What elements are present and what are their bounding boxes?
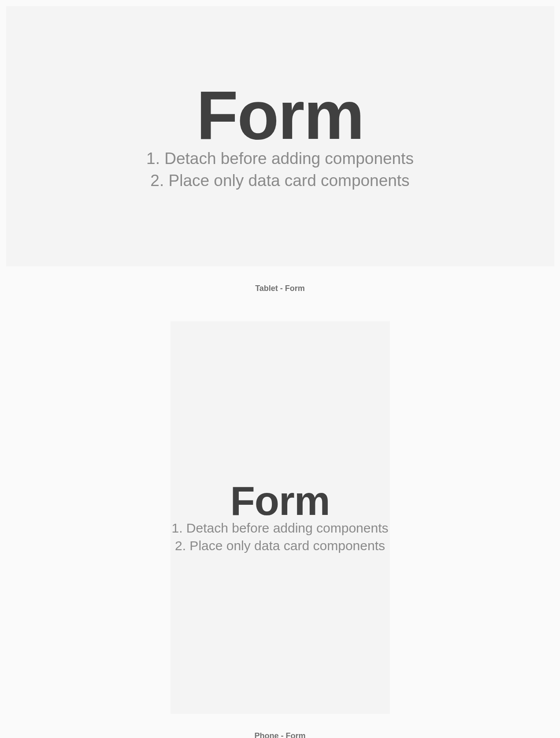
tablet-form-placeholder: Form 1. Detach before adding components … <box>6 6 554 266</box>
tablet-instruction-1: 1. Detach before adding components <box>146 148 414 170</box>
tablet-instruction-2: 2. Place only data card components <box>146 170 414 192</box>
phone-form-placeholder: Form 1. Detach before adding components … <box>171 321 390 714</box>
tablet-form-title: Form <box>197 81 364 149</box>
phone-instruction-1: 1. Detach before adding components <box>172 519 389 537</box>
phone-instruction-2: 2. Place only data card components <box>172 537 389 555</box>
phone-instruction-list: 1. Detach before adding components 2. Pl… <box>172 519 389 555</box>
phone-caption: Phone - Form <box>5 731 555 738</box>
phone-form-title: Form <box>230 481 330 521</box>
tablet-caption: Tablet - Form <box>5 284 555 293</box>
tablet-instruction-list: 1. Detach before adding components 2. Pl… <box>146 148 414 192</box>
